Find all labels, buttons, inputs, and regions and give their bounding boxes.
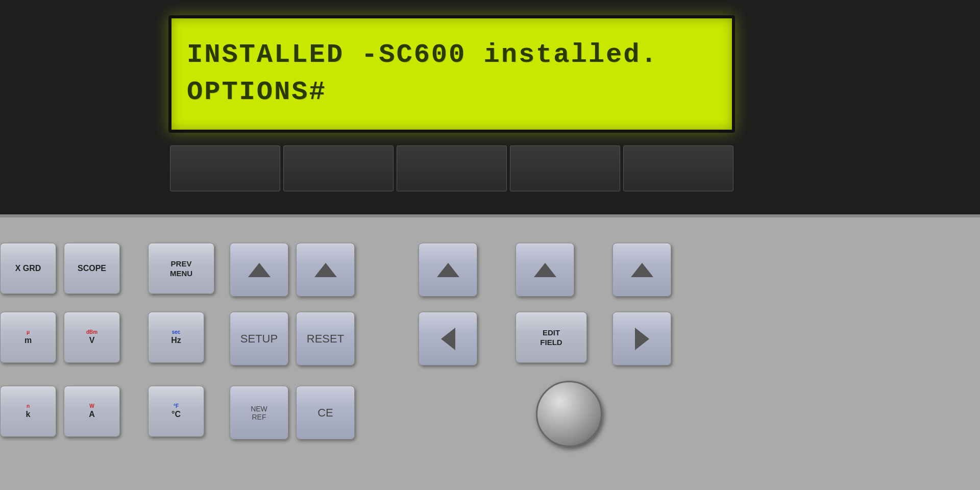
up-arrow-4-icon: [534, 263, 556, 277]
softkey-1[interactable]: [170, 145, 280, 191]
left-arrow-button[interactable]: [419, 312, 477, 365]
up-arrow-1-icon: [248, 263, 271, 277]
right-arrow-icon: [635, 328, 649, 350]
up-arrow-5-button[interactable]: [612, 243, 671, 297]
up-arrow-2-icon: [314, 263, 337, 277]
v-unit-button[interactable]: dBm V: [64, 312, 120, 363]
up-arrow-5-icon: [631, 263, 653, 277]
device-body: INSTALLED -SC600 installed. OPTIONS# X G…: [0, 0, 980, 490]
rotary-knob[interactable]: [536, 381, 602, 447]
up-arrow-3-icon: [437, 263, 459, 277]
right-arrow-button[interactable]: [612, 312, 671, 365]
k-unit-button[interactable]: n k: [0, 386, 56, 437]
lcd-display: INSTALLED -SC600 installed. OPTIONS#: [168, 15, 735, 133]
bottom-section: X GRD SCOPE PREV MENU: [0, 214, 980, 490]
reset-button[interactable]: RESET: [296, 312, 355, 365]
prev-menu-button[interactable]: PREV MENU: [148, 243, 214, 294]
softkey-4[interactable]: [510, 145, 620, 191]
top-section: INSTALLED -SC600 installed. OPTIONS#: [0, 0, 980, 214]
celsius-unit-button[interactable]: °F °C: [148, 386, 204, 437]
softkey-2[interactable]: [283, 145, 394, 191]
edit-field-button[interactable]: EDIT FIELD: [516, 312, 587, 363]
new-ref-button[interactable]: NEW REF: [230, 386, 288, 439]
x-grd-button[interactable]: X GRD: [0, 243, 56, 294]
softkey-5[interactable]: [623, 145, 733, 191]
up-arrow-1-button[interactable]: [230, 243, 288, 297]
softkey-row: [168, 143, 735, 194]
ce-button[interactable]: CE: [296, 386, 355, 439]
lcd-line-1: INSTALLED -SC600 installed.: [187, 37, 717, 74]
softkey-3[interactable]: [397, 145, 507, 191]
up-arrow-2-button[interactable]: [296, 243, 355, 297]
a-unit-button[interactable]: W A: [64, 386, 120, 437]
m-unit-button[interactable]: μ m: [0, 312, 56, 363]
up-arrow-3-button[interactable]: [419, 243, 477, 297]
setup-button[interactable]: SETUP: [230, 312, 288, 365]
scope-button[interactable]: SCOPE: [64, 243, 120, 294]
left-arrow-icon: [441, 328, 455, 350]
hz-unit-button[interactable]: sec Hz: [148, 312, 204, 363]
up-arrow-4-button[interactable]: [516, 243, 574, 297]
lcd-line-2: OPTIONS#: [187, 74, 717, 111]
